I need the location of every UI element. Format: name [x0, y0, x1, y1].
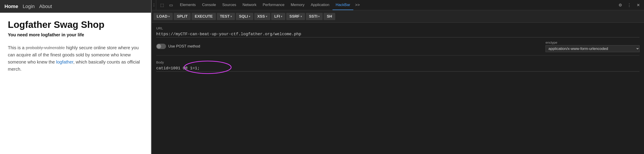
tab-application[interactable]: Application — [308, 0, 332, 10]
devtools-tabs: Elements Console Sources Network Perform… — [177, 0, 616, 10]
nav-about[interactable]: About — [39, 3, 52, 9]
tab-hackbar[interactable]: HackBar — [332, 0, 353, 10]
hackbar-lfi-btn[interactable]: LFI ▾ — [271, 13, 286, 20]
close-icon[interactable]: ✕ — [634, 1, 642, 9]
ssrf-dropdown-arrow: ▾ — [300, 15, 302, 18]
devtools-panel: ⋮ ⬚ ▭ Elements Console Sources Network P… — [151, 0, 644, 154]
body-input-wrapper — [156, 65, 640, 72]
device-icon[interactable]: ▭ — [167, 1, 175, 9]
devtools-topbar: ⋮ ⬚ ▭ Elements Console Sources Network P… — [152, 0, 644, 10]
ssti-dropdown-arrow: ▾ — [318, 15, 320, 18]
hackbar-sqli-btn[interactable]: SQLI ▾ — [236, 13, 253, 20]
options-row: Use POST method enctype application/x-ww… — [156, 41, 640, 52]
toggle-knob — [157, 44, 161, 49]
tab-sources[interactable]: Sources — [219, 0, 239, 10]
xss-dropdown-arrow: ▾ — [266, 15, 267, 18]
hackbar-ssti-btn[interactable]: SSTI ▾ — [306, 13, 323, 20]
nav-home[interactable]: Home — [4, 3, 18, 9]
enctype-label: enctype — [546, 41, 640, 44]
divider — [156, 55, 640, 56]
tab-network[interactable]: Network — [240, 0, 260, 10]
hackbar-body: URL Use POST method enctype application/… — [152, 23, 644, 154]
hackbar-load-btn[interactable]: LOAD ▾ — [154, 13, 173, 20]
body-input[interactable] — [156, 65, 640, 72]
inspect-icon[interactable]: ⬚ — [158, 1, 166, 9]
post-toggle-label: Use POST method — [168, 44, 200, 49]
sqli-dropdown-arrow: ▾ — [249, 15, 250, 18]
tab-console[interactable]: Console — [199, 0, 219, 10]
hackbar-ssrf-btn[interactable]: SSRF ▾ — [286, 13, 305, 20]
test-dropdown-arrow: ▾ — [230, 15, 232, 18]
enctype-container: enctype application/x-www-form-urlencode… — [546, 41, 640, 52]
hackbar-toolbar: LOAD ▾ SPLIT EXECUTE TEST ▾ SQLI ▾ XSS ▾… — [152, 10, 644, 23]
url-field-row: URL — [156, 26, 640, 37]
page-title: Logfather Swag Shop — [8, 19, 143, 30]
hackbar-split-btn[interactable]: SPLIT — [174, 13, 191, 20]
resize-handle: ⋮ — [152, 0, 156, 10]
devtools-action-icons: ⬚ ▭ — [156, 1, 177, 9]
hackbar-xss-btn[interactable]: XSS ▾ — [254, 13, 270, 20]
desc-prefix: This is a — [8, 45, 26, 50]
devtools-settings: ⚙ ⋮ ✕ — [616, 1, 644, 9]
browser-panel: Home Login About Logfather Swag Shop You… — [0, 0, 151, 154]
tab-performance[interactable]: Performance — [260, 0, 288, 10]
hackbar-execute-btn[interactable]: EXECUTE — [192, 13, 216, 20]
nav-login[interactable]: Login — [22, 3, 35, 9]
browser-navbar: Home Login About — [0, 0, 151, 13]
load-dropdown-arrow: ▾ — [168, 15, 170, 18]
page-description: This is a probably vulnerable highly sec… — [8, 44, 143, 73]
browser-content: Logfather Swag Shop You need more logfat… — [0, 13, 151, 154]
hackbar-test-btn[interactable]: TEST ▾ — [217, 13, 235, 20]
post-method-toggle[interactable] — [156, 44, 166, 49]
body-label: Body — [156, 60, 640, 64]
hackbar-sh-btn[interactable]: SH — [324, 13, 335, 20]
tab-elements[interactable]: Elements — [177, 0, 199, 10]
more-options-icon[interactable]: ⋮ — [625, 1, 633, 9]
url-label: URL — [156, 26, 640, 30]
url-input[interactable] — [156, 31, 640, 37]
body-field-row: Body — [156, 60, 640, 72]
page-subtitle: You need more logfather in your life — [8, 32, 143, 37]
tabs-more[interactable]: >> — [353, 3, 362, 7]
settings-icon[interactable]: ⚙ — [616, 1, 624, 9]
enctype-select[interactable]: application/x-www-form-urlencoded — [546, 45, 640, 52]
desc-link[interactable]: logfather — [56, 60, 74, 64]
desc-strikethrough: probably vulnerable — [26, 45, 65, 50]
post-toggle-container: Use POST method — [156, 44, 200, 49]
tab-memory[interactable]: Memory — [288, 0, 308, 10]
lfi-dropdown-arrow: ▾ — [281, 15, 282, 18]
